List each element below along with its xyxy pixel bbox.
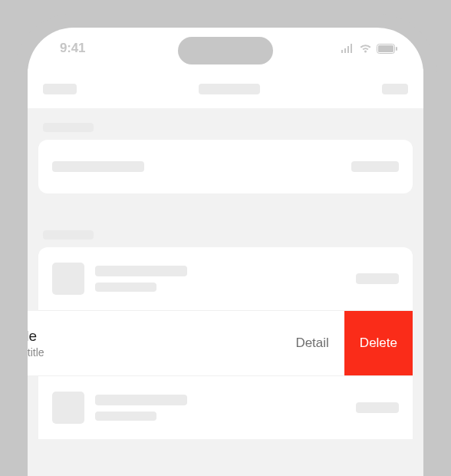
svg-rect-2	[396, 47, 397, 51]
dynamic-island	[178, 37, 273, 64]
item-subtitle-placeholder	[95, 283, 156, 292]
item-subtitle-placeholder	[95, 412, 156, 421]
section-label-placeholder	[43, 123, 94, 132]
swipe-actions: Detail Delete	[280, 311, 413, 375]
swipe-item-title: tle	[28, 328, 280, 345]
nav-title-placeholder	[199, 84, 260, 94]
item-text	[95, 395, 356, 421]
cellular-icon	[341, 44, 354, 53]
list-item[interactable]	[38, 376, 413, 439]
item-trailing-placeholder	[356, 402, 399, 413]
wifi-icon	[359, 44, 372, 53]
swipe-content[interactable]: tle btitle Detail Delete	[28, 311, 413, 375]
statusbar-time: 9:41	[60, 41, 85, 56]
swipe-delete-button[interactable]: Delete	[344, 311, 413, 375]
row-value-placeholder	[351, 161, 399, 172]
nav-action-placeholder[interactable]	[382, 84, 408, 94]
section-header-2	[28, 217, 423, 247]
nav-back-placeholder[interactable]	[43, 84, 77, 94]
svg-rect-1	[378, 45, 393, 52]
item-title-placeholder	[95, 395, 187, 405]
swipe-cell[interactable]: tle btitle Detail Delete	[38, 310, 413, 376]
item-trailing-placeholder	[356, 273, 399, 284]
navbar	[28, 69, 423, 109]
status-icons	[341, 44, 397, 54]
swipe-item-subtitle: btitle	[28, 346, 280, 359]
list-card: tle btitle Detail Delete	[38, 247, 413, 439]
swipe-detail-button[interactable]: Detail	[280, 311, 344, 375]
content-area: tle btitle Detail Delete	[28, 69, 423, 476]
item-title-placeholder	[95, 266, 187, 276]
row-title-placeholder	[52, 161, 144, 172]
statusbar: 9:41	[28, 28, 423, 69]
device-frame: 9:41	[14, 14, 437, 476]
item-text	[95, 266, 356, 292]
screen: 9:41	[28, 28, 423, 476]
list-item[interactable]	[38, 247, 413, 310]
section-header-1	[28, 109, 423, 140]
item-icon-placeholder	[52, 263, 84, 295]
item-icon-placeholder	[52, 392, 84, 424]
card-row-1[interactable]	[38, 140, 413, 193]
battery-icon	[377, 44, 397, 54]
section-label-placeholder	[43, 230, 94, 240]
swipe-text: tle btitle	[28, 328, 280, 359]
